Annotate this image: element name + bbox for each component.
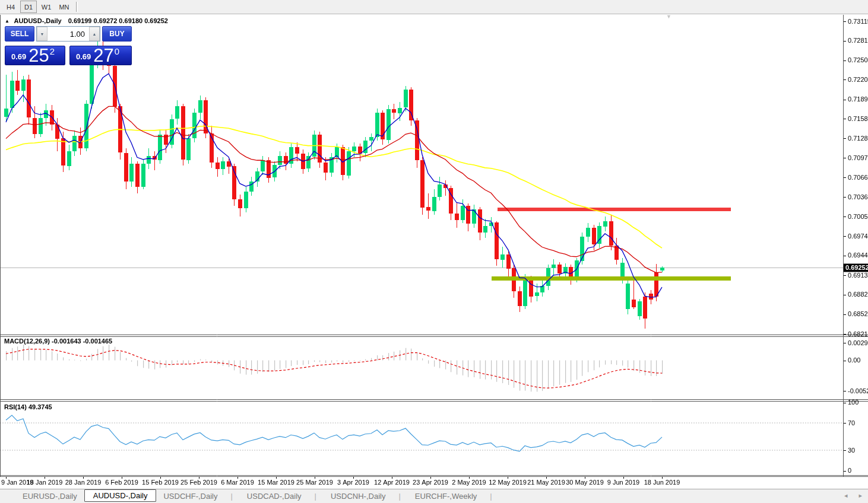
tab-usdcad-daily[interactable]: USDCAD-,Daily [240, 491, 324, 502]
bid-big-digits: 25 [28, 48, 49, 63]
bid-pipette-digit: 2 [50, 47, 55, 56]
tab-eurusd-daily[interactable]: EURUSD-,Daily [15, 491, 84, 502]
toolbar-separator [76, 2, 78, 12]
volume-input[interactable]: 1.00 [47, 27, 89, 41]
buy-button[interactable]: BUY [102, 26, 132, 42]
one-click-trade-panel: SELL ▼ 1.00 ▲ BUY 0.69 25 2 0.69 27 0 [5, 26, 132, 65]
ask-big-digits: 27 [93, 48, 113, 63]
sell-button[interactable]: SELL [5, 26, 34, 42]
chart-symbol-label: AUDUSD-,Daily [14, 17, 62, 24]
tab-scroll-right-icon[interactable]: ▸ [859, 492, 862, 499]
tab-usdchf-daily[interactable]: USDCHF-,Daily [156, 491, 239, 502]
volume-spinner: ▼ 1.00 ▲ [36, 26, 100, 42]
volume-decrease-icon[interactable]: ▼ [37, 27, 47, 41]
timeframe-button-d1[interactable]: D1 [20, 1, 37, 13]
bid-prefix: 0.69 [11, 52, 26, 61]
autoscroll-marker-icon[interactable]: ▼ [666, 14, 671, 20]
timeframe-button-mn[interactable]: MN [56, 1, 72, 13]
application-window: H4 D1 W1 MN ▲ AUDUSD-,Daily 0.69199 0.69… [0, 0, 868, 503]
tab-eurchf-weekly[interactable]: EURCHF-,Weekly [408, 491, 499, 502]
macd-indicator-label: MACD(12,26,9) -0.001643 -0.001465 [4, 338, 112, 345]
chart-title: ▲ AUDUSD-,Daily 0.69199 0.69272 0.69180 … [5, 17, 168, 24]
ask-prefix: 0.69 [76, 52, 91, 61]
collapse-marker-icon[interactable]: ▲ [5, 18, 9, 24]
chart-canvas[interactable] [0, 0, 868, 503]
timeframe-button-w1[interactable]: W1 [38, 1, 55, 13]
tab-audusd-daily[interactable]: AUDUSD-,Daily [84, 489, 157, 502]
tab-scroll-controls: ◂ ▸ [835, 492, 862, 499]
timeframe-button-h4[interactable]: H4 [2, 1, 19, 13]
chart-ohlc-values: 0.69199 0.69272 0.69180 0.69252 [68, 17, 168, 24]
ask-price-button[interactable]: 0.69 27 0 [69, 46, 132, 65]
timeframe-toolbar: H4 D1 W1 MN [0, 0, 868, 14]
tab-scroll-left-icon[interactable]: ◂ [844, 492, 848, 499]
bid-price-button[interactable]: 0.69 25 2 [5, 46, 65, 65]
rsi-indicator-label: RSI(14) 49.3745 [4, 403, 52, 410]
ask-pipette-digit: 0 [115, 47, 119, 56]
chart-tab-bar: EURUSD-,Daily AUDUSD-,Daily USDCHF-,Dail… [0, 489, 868, 503]
volume-increase-icon[interactable]: ▲ [89, 27, 100, 41]
tab-usdcnh-daily[interactable]: USDCNH-,Daily [324, 491, 408, 502]
